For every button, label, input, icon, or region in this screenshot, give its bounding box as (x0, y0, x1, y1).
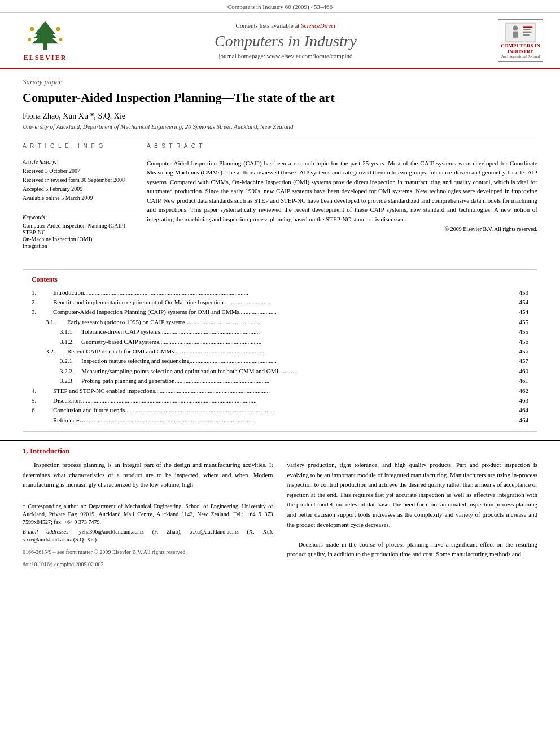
sciencedirect-link[interactable]: ScienceDirect (301, 22, 335, 29)
abstract-panel: A B S T R A C T Computer-Aided Inspectio… (147, 143, 537, 250)
contents-num-3-1: 3.1. (46, 318, 63, 326)
contents-page-1: 453 (511, 289, 528, 297)
contents-page-3-1: 455 (511, 318, 528, 326)
contents-item-3-2-1: 3.2.1.Inspection feature selecting and s… (32, 357, 528, 365)
issn-line: 0166-3615/$ – see front matter © 2009 El… (23, 548, 273, 556)
svg-rect-12 (513, 32, 518, 38)
contents-page-3-1-1: 455 (511, 327, 528, 336)
contents-label-1: Introduction (53, 289, 84, 297)
svg-point-7 (28, 38, 32, 41)
journal-header: ELSEVIER Contents lists available at Sci… (0, 13, 560, 69)
contents-label-3-2: Recent CAIP research for OMI and CMMs (67, 347, 174, 356)
contents-label-3: Computer-Aided Inspection Planning (CAIP… (53, 308, 239, 316)
article-info-panel: A R T I C L E I N F O Article history: R… (23, 143, 135, 250)
svg-rect-16 (523, 34, 530, 36)
contents-label-6: Conclusion and future trends (53, 406, 125, 414)
keyword-3: On-Machine Inspection (OMI) (23, 236, 135, 242)
contents-num-6: 6. (32, 406, 49, 414)
contents-page-2: 454 (511, 298, 528, 307)
authors: Fiona Zhao, Xun Xu *, S.Q. Xie (23, 112, 537, 121)
elsevier-label: ELSEVIER (24, 54, 67, 62)
contents-item-3-2-3: 3.2.3.Probing path planning and generati… (32, 377, 528, 385)
journal-citation: Computers in Industry 60 (2009) 453–466 (228, 3, 333, 10)
article-info-label: A R T I C L E I N F O (23, 143, 135, 149)
contents-num-5: 5. (32, 396, 49, 405)
svg-rect-13 (523, 26, 533, 28)
contents-label-3-2-1: Inspection feature selecting and sequenc… (81, 357, 190, 365)
keyword-2: STEP-NC (23, 229, 135, 235)
abstract-text: Computer-Aided Inspection Planning (CAIP… (147, 159, 537, 224)
copyright: © 2009 Elsevier B.V. All rights reserved… (147, 226, 537, 232)
contents-label-3-2-2: Measuring/sampling points selection and … (81, 367, 278, 375)
affiliation: University of Auckland, Department of Me… (23, 123, 537, 130)
doi-line: doi:10.1016/j.compind.2009.02.002 (23, 561, 273, 569)
survey-label: Survey paper (23, 77, 537, 86)
journal-header-center: Contents lists available at ScienceDirec… (79, 22, 492, 59)
contents-section: Contents 1.Introduction ................… (23, 269, 537, 432)
contents-item-1: 1.Introduction .........................… (32, 289, 528, 297)
keywords-label: Keywords: (23, 214, 135, 220)
contents-page-3: 454 (511, 308, 528, 316)
contents-page-ref: 464 (511, 416, 528, 425)
contents-label-3-2-3: Probing path planning and generation (81, 377, 175, 385)
intro-para1-right: variety production, tight tolerance, and… (287, 460, 538, 530)
svg-point-11 (513, 25, 518, 30)
journal-logo-box: COMPUTERS ININDUSTRY An International Jo… (498, 19, 543, 62)
journal-logo-graphic (504, 22, 537, 43)
contents-item-3-2-2: 3.2.2.Measuring/sampling points selectio… (32, 367, 528, 375)
contents-num-3-1-1: 3.1.1. (60, 327, 77, 336)
abstract-label: A B S T R A C T (147, 143, 537, 149)
contents-page-6: 464 (511, 406, 528, 414)
contents-num-2: 2. (32, 298, 49, 307)
top-bar: Computers in Industry 60 (2009) 453–466 (0, 0, 560, 13)
contents-page-5: 463 (511, 396, 528, 405)
contents-num-3-2-1: 3.2.1. (60, 357, 77, 365)
contents-num-1: 1. (32, 289, 49, 297)
email-footnote: E-mail addresses: yzha306@aucklanduni.ac… (23, 528, 273, 544)
journal-logo-right: COMPUTERS ININDUSTRY An International Jo… (492, 19, 549, 62)
contents-item-4: 4.STEP and STEP-NC enabled inspections .… (32, 387, 528, 395)
article-title: Computer-Aided Inspection Planning—The s… (23, 90, 537, 106)
contents-page-3-2-2: 460 (511, 367, 528, 375)
article-history-label: Article history: (23, 159, 135, 165)
contents-item-ref: References .............................… (32, 416, 528, 425)
contents-item-3-2: 3.2.Recent CAIP research for OMI and CMM… (32, 347, 528, 356)
page: Computers in Industry 60 (2009) 453–466 (0, 0, 560, 747)
contents-label-3-1: Early research (prior to 1995) on CAIP s… (67, 318, 185, 326)
elsevier-logo-area: ELSEVIER (11, 19, 79, 62)
journal-title: Computers in Industry (79, 32, 492, 50)
intro-para1-left: Inspection process planning is an integr… (23, 460, 273, 490)
contents-label-4: STEP and STEP-NC enabled inspections (53, 387, 155, 395)
email-label: E-mail addresses: (23, 528, 71, 535)
svg-rect-14 (523, 29, 531, 30)
contents-item-3-1-1: 3.1.1.Tolerance-driven CAIP systems ....… (32, 327, 528, 336)
contents-item-6: 6.Conclusion and future trends .........… (32, 406, 528, 414)
contents-available-text: Contents lists available at (236, 22, 300, 29)
body-two-col: Inspection process planning is an integr… (23, 460, 537, 569)
corresponding-author-footnote: * Corresponding author at: Department of… (23, 503, 273, 526)
contents-title: Contents (32, 276, 528, 284)
contents-item-2: 2.Benefits and implementation requiremen… (32, 298, 528, 307)
keyword-4: Integration (23, 243, 135, 249)
accepted-date: Accepted 5 February 2009 (23, 185, 135, 193)
contents-item-3: 3.Computer-Aided Inspection Planning (CA… (32, 308, 528, 316)
svg-point-6 (56, 27, 60, 31)
contents-num-3: 3. (32, 308, 49, 316)
body-col-left: Inspection process planning is an integr… (23, 460, 273, 569)
contents-item-3-1-2: 3.1.2.Geometry-based CAIP systems ......… (32, 338, 528, 346)
logo-subtitle: An International Journal (501, 54, 540, 59)
keyword-1: Computer-Aided Inspection Planning (CAIP… (23, 222, 135, 229)
logo-title: COMPUTERS ININDUSTRY (501, 43, 540, 54)
contents-num-3-2: 3.2. (46, 347, 63, 356)
journal-homepage: journal homepage: www.elsevier.com/locat… (79, 53, 492, 59)
contents-label-2: Benefits and implementation requirement … (53, 298, 224, 307)
contents-num-3-2-3: 3.2.3. (60, 377, 77, 385)
intro-para2-right: Decisions made in the course of process … (287, 540, 538, 560)
contents-label-5: Discussions (53, 396, 83, 405)
received-revised-date: Received in revised form 30 September 20… (23, 176, 135, 184)
contents-num-ref (32, 416, 49, 425)
intro-heading: 1. Introduction (23, 447, 537, 456)
contents-label-3-1-1: Tolerance-driven CAIP systems (81, 327, 160, 336)
contents-num-3-1-2: 3.1.2. (60, 338, 77, 346)
svg-rect-15 (523, 32, 532, 33)
